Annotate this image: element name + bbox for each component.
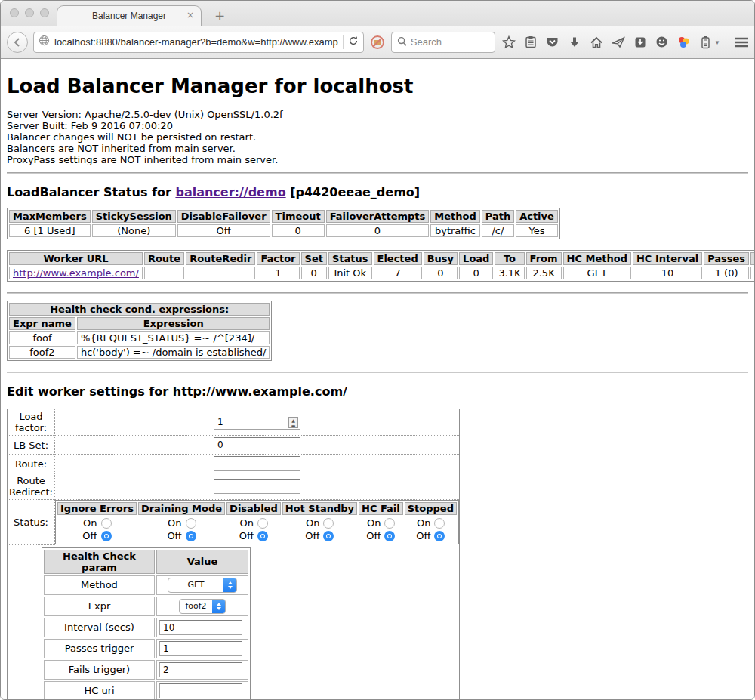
draining-mode-off-radio[interactable]	[186, 531, 196, 541]
passes-trigger-input[interactable]	[159, 641, 242, 656]
method-select[interactable]: GET	[168, 578, 237, 593]
route-redirect-input[interactable]	[214, 479, 300, 494]
proxypass-note-line: ProxyPass settings are NOT inherited fro…	[7, 154, 748, 165]
route-redirect-label: Route Redirect:	[8, 473, 55, 500]
expr-label: Expr	[44, 597, 155, 616]
hc-fail-off-radio[interactable]	[384, 531, 395, 541]
col-worker-url: Worker URL	[9, 252, 143, 265]
method-label: Method	[44, 575, 155, 595]
reading-list-icon[interactable]	[522, 33, 539, 51]
search-bar[interactable]: Search	[391, 32, 495, 53]
pocket-icon[interactable]	[544, 33, 561, 51]
browser-window: Balancer Manager × + localhost:8880/bala…	[0, 0, 755, 700]
expr-table-title: Health check cond. expressions:	[9, 303, 270, 316]
url-bar[interactable]: localhost:8880/balancer-manager?b=demo&w…	[33, 32, 364, 53]
col-stickysession: StickySession	[92, 210, 176, 223]
disabled-off-radio[interactable]	[257, 531, 268, 541]
window-close-button[interactable]	[10, 8, 19, 17]
toolbar-divider	[726, 34, 726, 51]
server-info: Server Version: Apache/2.5.0-dev (Unix) …	[7, 109, 748, 165]
divider	[7, 372, 748, 373]
table-row: foof %{REQUEST_STATUS} =~ /^[234]/	[9, 331, 270, 344]
window-minimize-button[interactable]	[25, 8, 34, 17]
new-tab-button[interactable]: +	[214, 10, 225, 23]
divider	[7, 172, 748, 174]
expr-select[interactable]: foof2	[179, 599, 226, 614]
stopped-on-radio[interactable]	[434, 518, 445, 529]
tab-title: Balancer Manager	[92, 11, 166, 21]
battery-icon[interactable]	[698, 33, 714, 51]
health-check-table: Health Check param Value Method GET	[42, 547, 251, 700]
col-disabled: Disabled	[226, 502, 281, 515]
hc-uri-label: HC uri	[44, 681, 155, 700]
col-stopped: Stopped	[405, 502, 457, 515]
col-hc-param: Health Check param	[44, 550, 155, 574]
browser-tab[interactable]: Balancer Manager ×	[57, 5, 202, 26]
download-icon[interactable]	[566, 33, 583, 51]
send-icon[interactable]	[610, 33, 627, 51]
menu-icon[interactable]	[733, 33, 750, 51]
radio-on-label: On	[82, 517, 97, 529]
worker-status-table: Worker URL Route RouteRedir Factor Set S…	[7, 250, 754, 282]
ignore-errors-on-radio[interactable]	[101, 518, 112, 529]
search-placeholder: Search	[411, 36, 442, 48]
radio-off-label: Off	[82, 530, 97, 541]
save-icon[interactable]	[632, 33, 649, 51]
table-row: 6 [1 Used] (None) Off 0 0 bytraffic /c/ …	[9, 224, 558, 237]
tab-bar: Balancer Manager × +	[1, 1, 754, 26]
number-spinner-icon[interactable]: ▲▬	[288, 417, 298, 428]
table-row: http://www.example.com/ 1 0 Init Ok 7 0 …	[9, 267, 754, 279]
disabled-on-radio[interactable]	[257, 518, 268, 529]
home-icon[interactable]	[588, 33, 605, 51]
star-icon[interactable]	[501, 33, 517, 51]
interval-input[interactable]	[159, 620, 242, 635]
fails-trigger-input[interactable]	[159, 662, 242, 677]
ignore-errors-off-radio[interactable]	[101, 531, 112, 541]
route-input[interactable]	[214, 456, 300, 471]
col-draining-mode: Draining Mode	[138, 502, 225, 515]
lb-set-label: LB Set:	[8, 436, 55, 455]
col-expr-name: Expr name	[9, 317, 76, 330]
url-text[interactable]: localhost:8880/balancer-manager?b=demo&w…	[54, 36, 338, 48]
load-factor-label: Load factor:	[8, 409, 55, 436]
hot-standby-off-radio[interactable]	[323, 531, 334, 541]
persist-note-line: Balancer changes will NOT be persisted o…	[7, 131, 748, 143]
col-hot-standby: Hot Standby	[282, 502, 357, 515]
status-table: Ignore Errors Draining Mode Disabled Hot…	[55, 500, 459, 544]
navigation-toolbar: localhost:8880/balancer-manager?b=demo&w…	[1, 26, 754, 59]
draining-mode-on-radio[interactable]	[186, 518, 196, 529]
hc-fail-on-radio[interactable]	[384, 518, 395, 529]
edit-worker-form: Load factor: ▲▬ LB Set: Route: Route Red…	[7, 409, 460, 700]
col-timeout: Timeout	[272, 210, 325, 223]
col-failoverattempts: FailoverAttempts	[326, 210, 430, 223]
status-heading-suffix: [p4420eeae_demo]	[290, 185, 420, 199]
status-label: Status:	[8, 500, 55, 545]
stopped-off-radio[interactable]	[434, 531, 445, 541]
hc-uri-input[interactable]	[159, 683, 242, 698]
reload-icon[interactable]	[348, 35, 359, 49]
load-factor-input[interactable]	[214, 415, 300, 430]
tab-close-icon[interactable]: ×	[186, 11, 194, 20]
server-version-line: Server Version: Apache/2.5.0-dev (Unix) …	[7, 109, 748, 120]
url-divider	[343, 35, 344, 49]
block-icon[interactable]	[369, 33, 386, 51]
back-icon[interactable]	[7, 32, 28, 53]
window-zoom-button[interactable]	[40, 8, 49, 17]
lb-set-input[interactable]	[214, 437, 300, 452]
balancer-demo-link[interactable]: balancer://demo	[175, 185, 285, 199]
balancer-status-heading: LoadBalancer Status for balancer://demo …	[7, 185, 748, 199]
server-built-line: Server Built: Feb 9 2016 07:00:20	[7, 120, 748, 131]
col-maxmembers: MaxMembers	[9, 210, 91, 223]
chevron-down-icon[interactable]: ▾	[716, 39, 720, 46]
hot-standby-on-radio[interactable]	[323, 518, 334, 529]
worker-url-link[interactable]: http://www.example.com/	[13, 267, 139, 279]
passes-trigger-label: Passes trigger	[44, 639, 155, 658]
col-ignore-errors: Ignore Errors	[57, 502, 137, 515]
colors-icon[interactable]	[676, 33, 692, 51]
edit-worker-heading: Edit worker settings for http://www.exam…	[7, 384, 748, 399]
balancer-status-table: MaxMembers StickySession DisableFailover…	[7, 208, 560, 239]
smiley-icon[interactable]	[654, 33, 670, 51]
col-hc-fail: HC Fail	[359, 502, 403, 515]
fails-trigger-label: Fails trigger)	[44, 660, 155, 680]
page-title: Load Balancer Manager for localhost	[7, 75, 748, 97]
